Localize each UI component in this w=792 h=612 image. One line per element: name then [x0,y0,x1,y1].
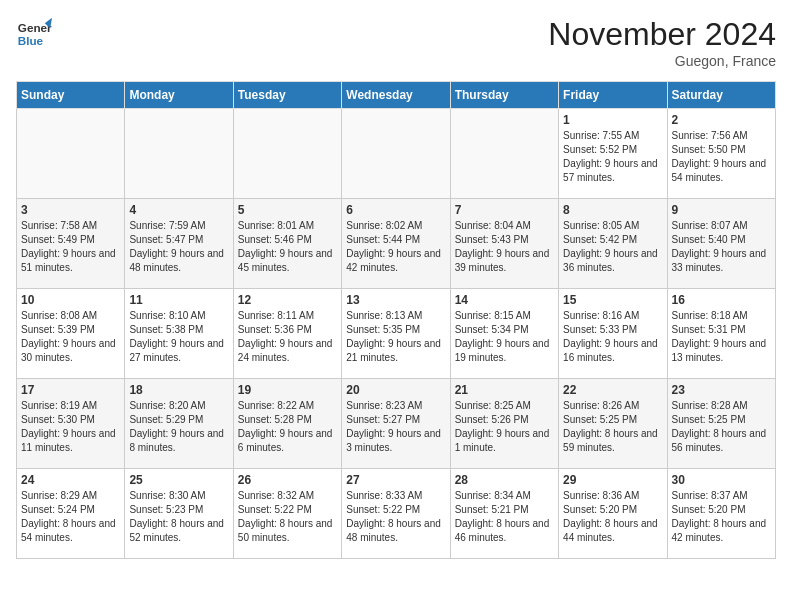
day-info: Sunrise: 7:55 AM Sunset: 5:52 PM Dayligh… [563,129,662,185]
day-number: 2 [672,113,771,127]
day-info: Sunrise: 7:58 AM Sunset: 5:49 PM Dayligh… [21,219,120,275]
day-number: 17 [21,383,120,397]
calendar-cell: 12Sunrise: 8:11 AM Sunset: 5:36 PM Dayli… [233,289,341,379]
calendar-cell: 9Sunrise: 8:07 AM Sunset: 5:40 PM Daylig… [667,199,775,289]
day-info: Sunrise: 8:13 AM Sunset: 5:35 PM Dayligh… [346,309,445,365]
day-number: 9 [672,203,771,217]
column-header-thursday: Thursday [450,82,558,109]
day-number: 25 [129,473,228,487]
day-info: Sunrise: 8:29 AM Sunset: 5:24 PM Dayligh… [21,489,120,545]
svg-text:Blue: Blue [18,34,44,47]
day-number: 21 [455,383,554,397]
calendar-cell [17,109,125,199]
calendar-cell: 4Sunrise: 7:59 AM Sunset: 5:47 PM Daylig… [125,199,233,289]
logo-icon: General Blue [16,16,52,52]
calendar-cell [450,109,558,199]
day-info: Sunrise: 8:34 AM Sunset: 5:21 PM Dayligh… [455,489,554,545]
day-number: 10 [21,293,120,307]
column-header-sunday: Sunday [17,82,125,109]
location: Guegon, France [548,53,776,69]
calendar-body: 1Sunrise: 7:55 AM Sunset: 5:52 PM Daylig… [17,109,776,559]
calendar-cell: 14Sunrise: 8:15 AM Sunset: 5:34 PM Dayli… [450,289,558,379]
calendar-week-5: 24Sunrise: 8:29 AM Sunset: 5:24 PM Dayli… [17,469,776,559]
calendar-cell: 3Sunrise: 7:58 AM Sunset: 5:49 PM Daylig… [17,199,125,289]
day-info: Sunrise: 8:19 AM Sunset: 5:30 PM Dayligh… [21,399,120,455]
calendar-cell: 13Sunrise: 8:13 AM Sunset: 5:35 PM Dayli… [342,289,450,379]
calendar-cell [233,109,341,199]
column-header-tuesday: Tuesday [233,82,341,109]
day-number: 19 [238,383,337,397]
day-info: Sunrise: 8:18 AM Sunset: 5:31 PM Dayligh… [672,309,771,365]
calendar-cell: 7Sunrise: 8:04 AM Sunset: 5:43 PM Daylig… [450,199,558,289]
calendar-week-3: 10Sunrise: 8:08 AM Sunset: 5:39 PM Dayli… [17,289,776,379]
title-block: November 2024 Guegon, France [548,16,776,69]
day-number: 28 [455,473,554,487]
day-info: Sunrise: 8:05 AM Sunset: 5:42 PM Dayligh… [563,219,662,275]
day-number: 14 [455,293,554,307]
calendar-table: SundayMondayTuesdayWednesdayThursdayFrid… [16,81,776,559]
calendar-cell: 20Sunrise: 8:23 AM Sunset: 5:27 PM Dayli… [342,379,450,469]
calendar-cell: 6Sunrise: 8:02 AM Sunset: 5:44 PM Daylig… [342,199,450,289]
day-info: Sunrise: 7:56 AM Sunset: 5:50 PM Dayligh… [672,129,771,185]
calendar-cell: 21Sunrise: 8:25 AM Sunset: 5:26 PM Dayli… [450,379,558,469]
calendar-week-4: 17Sunrise: 8:19 AM Sunset: 5:30 PM Dayli… [17,379,776,469]
day-info: Sunrise: 8:25 AM Sunset: 5:26 PM Dayligh… [455,399,554,455]
calendar-header-row: SundayMondayTuesdayWednesdayThursdayFrid… [17,82,776,109]
day-number: 1 [563,113,662,127]
day-number: 15 [563,293,662,307]
column-header-wednesday: Wednesday [342,82,450,109]
day-number: 23 [672,383,771,397]
calendar-cell: 19Sunrise: 8:22 AM Sunset: 5:28 PM Dayli… [233,379,341,469]
day-number: 29 [563,473,662,487]
calendar-cell: 16Sunrise: 8:18 AM Sunset: 5:31 PM Dayli… [667,289,775,379]
day-info: Sunrise: 8:02 AM Sunset: 5:44 PM Dayligh… [346,219,445,275]
day-number: 11 [129,293,228,307]
calendar-cell: 26Sunrise: 8:32 AM Sunset: 5:22 PM Dayli… [233,469,341,559]
calendar-cell [125,109,233,199]
calendar-cell: 18Sunrise: 8:20 AM Sunset: 5:29 PM Dayli… [125,379,233,469]
logo: General Blue [16,16,52,52]
day-info: Sunrise: 8:32 AM Sunset: 5:22 PM Dayligh… [238,489,337,545]
day-info: Sunrise: 8:33 AM Sunset: 5:22 PM Dayligh… [346,489,445,545]
calendar-cell: 22Sunrise: 8:26 AM Sunset: 5:25 PM Dayli… [559,379,667,469]
day-number: 26 [238,473,337,487]
day-number: 30 [672,473,771,487]
day-number: 18 [129,383,228,397]
day-info: Sunrise: 8:22 AM Sunset: 5:28 PM Dayligh… [238,399,337,455]
calendar-cell: 24Sunrise: 8:29 AM Sunset: 5:24 PM Dayli… [17,469,125,559]
day-number: 12 [238,293,337,307]
day-info: Sunrise: 8:08 AM Sunset: 5:39 PM Dayligh… [21,309,120,365]
day-info: Sunrise: 8:07 AM Sunset: 5:40 PM Dayligh… [672,219,771,275]
column-header-monday: Monday [125,82,233,109]
day-info: Sunrise: 8:23 AM Sunset: 5:27 PM Dayligh… [346,399,445,455]
calendar-cell: 8Sunrise: 8:05 AM Sunset: 5:42 PM Daylig… [559,199,667,289]
day-info: Sunrise: 8:26 AM Sunset: 5:25 PM Dayligh… [563,399,662,455]
calendar-week-1: 1Sunrise: 7:55 AM Sunset: 5:52 PM Daylig… [17,109,776,199]
calendar-cell: 17Sunrise: 8:19 AM Sunset: 5:30 PM Dayli… [17,379,125,469]
day-number: 27 [346,473,445,487]
day-info: Sunrise: 8:10 AM Sunset: 5:38 PM Dayligh… [129,309,228,365]
day-number: 24 [21,473,120,487]
day-number: 22 [563,383,662,397]
day-info: Sunrise: 8:11 AM Sunset: 5:36 PM Dayligh… [238,309,337,365]
day-info: Sunrise: 8:04 AM Sunset: 5:43 PM Dayligh… [455,219,554,275]
calendar-cell [342,109,450,199]
column-header-friday: Friday [559,82,667,109]
day-info: Sunrise: 7:59 AM Sunset: 5:47 PM Dayligh… [129,219,228,275]
day-number: 4 [129,203,228,217]
column-header-saturday: Saturday [667,82,775,109]
calendar-cell: 10Sunrise: 8:08 AM Sunset: 5:39 PM Dayli… [17,289,125,379]
day-info: Sunrise: 8:15 AM Sunset: 5:34 PM Dayligh… [455,309,554,365]
calendar-cell: 5Sunrise: 8:01 AM Sunset: 5:46 PM Daylig… [233,199,341,289]
day-info: Sunrise: 8:16 AM Sunset: 5:33 PM Dayligh… [563,309,662,365]
calendar-cell: 15Sunrise: 8:16 AM Sunset: 5:33 PM Dayli… [559,289,667,379]
day-info: Sunrise: 8:20 AM Sunset: 5:29 PM Dayligh… [129,399,228,455]
calendar-cell: 29Sunrise: 8:36 AM Sunset: 5:20 PM Dayli… [559,469,667,559]
calendar-cell: 30Sunrise: 8:37 AM Sunset: 5:20 PM Dayli… [667,469,775,559]
calendar-cell: 28Sunrise: 8:34 AM Sunset: 5:21 PM Dayli… [450,469,558,559]
page-header: General Blue November 2024 Guegon, Franc… [16,16,776,69]
calendar-cell: 11Sunrise: 8:10 AM Sunset: 5:38 PM Dayli… [125,289,233,379]
day-info: Sunrise: 8:30 AM Sunset: 5:23 PM Dayligh… [129,489,228,545]
month-title: November 2024 [548,16,776,53]
day-info: Sunrise: 8:37 AM Sunset: 5:20 PM Dayligh… [672,489,771,545]
